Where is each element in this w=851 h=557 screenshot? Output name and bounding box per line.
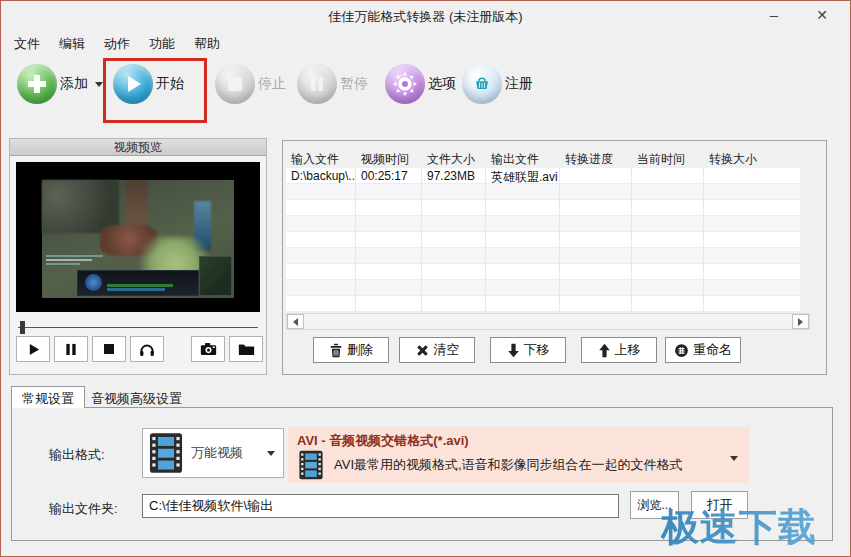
pause-icon <box>297 64 337 104</box>
output-folder-input[interactable] <box>142 494 619 518</box>
add-icon <box>17 64 57 104</box>
stop-label: 停止 <box>258 75 286 93</box>
format-title: AVI - 音频视频交错格式(*.avi) <box>297 432 469 450</box>
empty-row <box>286 232 800 248</box>
queue-table-body: D:\backup\... 00:25:17 97.23MB 英雄联盟.avi <box>286 168 800 312</box>
add-label: 添加 <box>60 75 88 93</box>
register-button[interactable]: 注册 <box>462 64 533 104</box>
format-detail-dropdown[interactable]: AVI - 音频视频交错格式(*.avi) AVI最常用的视频格式,语音和影像同… <box>288 427 750 483</box>
app-window: 佳佳万能格式转换器 (未注册版本) – ✕ 文件 编辑 动作 功能 帮助 添加 … <box>0 0 851 557</box>
stop-icon <box>215 64 255 104</box>
tab-general-settings[interactable]: 常规设置 <box>11 386 85 408</box>
scroll-left-icon[interactable] <box>287 314 304 329</box>
menu-action[interactable]: 动作 <box>101 33 133 55</box>
menu-edit[interactable]: 编辑 <box>56 33 88 55</box>
empty-row <box>286 248 800 264</box>
arrow-up-icon <box>598 343 611 358</box>
empty-row <box>286 200 800 216</box>
play-icon <box>113 64 153 104</box>
preview-pause-button[interactable] <box>54 336 88 362</box>
format-description: AVI最常用的视频格式,语音和影像同步组合在一起的文件格式 <box>334 456 683 474</box>
close-icon[interactable]: ✕ <box>806 3 838 27</box>
stop-button[interactable]: 停止 <box>215 64 286 104</box>
output-folder-label: 输出文件夹: <box>49 500 118 518</box>
game-frame <box>42 180 234 298</box>
tab-advanced-settings[interactable]: 音视频高级设置 <box>81 387 192 409</box>
title-bar: 佳佳万能格式转换器 (未注册版本) – ✕ <box>1 1 850 31</box>
window-title: 佳佳万能格式转换器 (未注册版本) <box>1 8 850 26</box>
menu-bar: 文件 编辑 动作 功能 帮助 <box>11 33 223 55</box>
table-row[interactable]: D:\backup\... 00:25:17 97.23MB 英雄联盟.avi <box>286 168 800 184</box>
menu-file[interactable]: 文件 <box>11 33 43 55</box>
browse-button[interactable]: 浏览... <box>630 491 679 519</box>
cell-duration: 00:25:17 <box>356 168 422 183</box>
minimap <box>199 256 232 296</box>
move-up-button[interactable]: 上移 <box>581 337 657 363</box>
cell-progress <box>560 168 632 183</box>
general-settings-panel: 输出格式: 万能视频 AVI - 音频视频交错格式(*.avi) AVI最常用的… <box>11 407 833 541</box>
empty-row <box>286 184 800 200</box>
x-icon <box>415 343 430 358</box>
film-icon <box>149 432 183 474</box>
arrow-down-icon <box>507 343 520 358</box>
video-preview-title: 视频预览 <box>10 139 266 156</box>
open-button[interactable]: 打开 <box>691 491 748 519</box>
delete-label: 删除 <box>347 341 373 359</box>
audio-headphones-button[interactable] <box>130 336 164 362</box>
rename-icon <box>674 343 689 358</box>
move-down-label: 下移 <box>524 341 550 359</box>
options-button[interactable]: 选项 <box>385 64 456 104</box>
move-down-button[interactable]: 下移 <box>490 337 566 363</box>
move-up-label: 上移 <box>615 341 641 359</box>
video-preview-panel: 视频预览 <box>9 138 267 375</box>
rename-label: 重命名 <box>693 341 732 359</box>
empty-row <box>286 280 800 296</box>
add-button[interactable]: 添加 <box>17 64 103 104</box>
rename-button[interactable]: 重命名 <box>665 337 741 363</box>
delete-button[interactable]: 删除 <box>313 337 389 363</box>
film-icon-small <box>298 450 324 480</box>
menu-function[interactable]: 功能 <box>146 33 178 55</box>
start-button[interactable]: 开始 <box>113 64 184 104</box>
preview-stop-button[interactable] <box>92 336 126 362</box>
open-folder-button[interactable] <box>229 336 263 362</box>
scroll-right-icon[interactable] <box>792 314 809 329</box>
horizontal-scrollbar[interactable] <box>286 313 810 330</box>
chevron-down-icon <box>267 451 275 456</box>
trash-icon <box>329 343 343 358</box>
cell-current-time <box>632 168 704 183</box>
minimize-icon[interactable]: – <box>758 3 790 27</box>
cell-input-file: D:\backup\... <box>286 168 356 183</box>
basket-icon <box>462 64 502 104</box>
seek-slider[interactable] <box>18 321 258 334</box>
clear-label: 清空 <box>434 341 460 359</box>
cell-file-size: 97.23MB <box>422 168 486 183</box>
video-thumbnail <box>16 162 260 312</box>
cell-output-file: 英雄联盟.avi <box>486 168 560 183</box>
cell-converted-size <box>704 168 800 183</box>
output-format-label: 输出格式: <box>49 446 105 464</box>
pause-label: 暂停 <box>340 75 368 93</box>
preview-play-button[interactable] <box>16 336 50 362</box>
empty-row <box>286 296 800 312</box>
gear-icon <box>385 64 425 104</box>
format-category-value: 万能视频 <box>191 444 243 462</box>
empty-row <box>286 264 800 280</box>
chevron-down-icon <box>730 456 738 461</box>
add-dropdown-icon[interactable] <box>95 82 103 87</box>
options-label: 选项 <box>428 75 456 93</box>
seek-slider-thumb[interactable] <box>20 321 25 334</box>
start-label: 开始 <box>156 75 184 93</box>
menu-help[interactable]: 帮助 <box>191 33 223 55</box>
clear-button[interactable]: 清空 <box>399 337 475 363</box>
conversion-queue-panel: 输入文件 视频时间 文件大小 输出文件 转换进度 当前时间 转换大小 D:\ba… <box>282 140 827 375</box>
empty-row <box>286 216 800 232</box>
format-category-dropdown[interactable]: 万能视频 <box>142 428 284 478</box>
register-label: 注册 <box>505 75 533 93</box>
pause-button[interactable]: 暂停 <box>297 64 368 104</box>
snapshot-camera-button[interactable] <box>191 336 225 362</box>
